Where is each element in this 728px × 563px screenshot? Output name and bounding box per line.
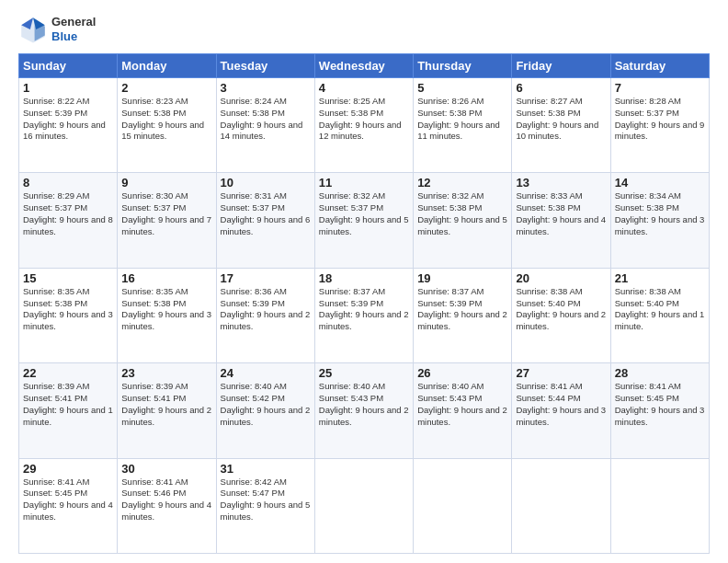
day-info: Sunrise: 8:35 AM Sunset: 5:38 PM Dayligh… xyxy=(23,286,113,333)
calendar-cell: 20 Sunrise: 8:38 AM Sunset: 5:40 PM Dayl… xyxy=(512,268,610,362)
day-header-monday: Monday xyxy=(118,54,216,78)
day-number: 31 xyxy=(221,462,311,476)
day-number: 1 xyxy=(23,81,113,95)
day-info: Sunrise: 8:32 AM Sunset: 5:37 PM Dayligh… xyxy=(319,190,409,237)
day-number: 4 xyxy=(319,81,409,95)
calendar-week-row: 1 Sunrise: 8:22 AM Sunset: 5:39 PM Dayli… xyxy=(19,78,710,173)
logo: General Blue xyxy=(18,15,96,44)
day-number: 10 xyxy=(221,176,311,190)
day-number: 22 xyxy=(23,366,113,380)
calendar-week-row: 29 Sunrise: 8:41 AM Sunset: 5:45 PM Dayl… xyxy=(19,458,710,553)
calendar-cell: 7 Sunrise: 8:28 AM Sunset: 5:37 PM Dayli… xyxy=(610,78,709,173)
day-info: Sunrise: 8:40 AM Sunset: 5:42 PM Dayligh… xyxy=(221,381,311,428)
calendar-cell: 5 Sunrise: 8:26 AM Sunset: 5:38 PM Dayli… xyxy=(414,78,512,173)
logo-text-block: General Blue xyxy=(51,15,96,43)
day-header-friday: Friday xyxy=(512,54,610,78)
calendar-cell: 15 Sunrise: 8:35 AM Sunset: 5:38 PM Dayl… xyxy=(19,268,118,362)
day-info: Sunrise: 8:41 AM Sunset: 5:46 PM Dayligh… xyxy=(121,477,211,523)
header: General Blue xyxy=(18,15,710,44)
day-info: Sunrise: 8:37 AM Sunset: 5:39 PM Dayligh… xyxy=(417,286,507,333)
day-info: Sunrise: 8:24 AM Sunset: 5:38 PM Dayligh… xyxy=(221,96,311,143)
day-info: Sunrise: 8:27 AM Sunset: 5:38 PM Dayligh… xyxy=(516,96,606,143)
logo-general: General xyxy=(51,15,96,29)
calendar-cell: 8 Sunrise: 8:29 AM Sunset: 5:37 PM Dayli… xyxy=(19,173,118,268)
day-number: 24 xyxy=(221,366,311,380)
day-info: Sunrise: 8:41 AM Sunset: 5:45 PM Dayligh… xyxy=(23,477,113,523)
day-number: 29 xyxy=(23,462,113,476)
day-number: 21 xyxy=(615,271,705,285)
logo-icon xyxy=(18,15,48,44)
day-number: 15 xyxy=(23,271,113,285)
calendar-cell: 2 Sunrise: 8:23 AM Sunset: 5:38 PM Dayli… xyxy=(118,78,216,173)
day-info: Sunrise: 8:41 AM Sunset: 5:44 PM Dayligh… xyxy=(516,381,606,428)
calendar-cell: 27 Sunrise: 8:41 AM Sunset: 5:44 PM Dayl… xyxy=(512,363,610,458)
calendar-table: SundayMondayTuesdayWednesdayThursdayFrid… xyxy=(18,53,710,554)
day-number: 7 xyxy=(615,81,705,95)
day-number: 3 xyxy=(221,81,311,95)
calendar-cell: 25 Sunrise: 8:40 AM Sunset: 5:43 PM Dayl… xyxy=(314,363,413,458)
calendar-cell: 24 Sunrise: 8:40 AM Sunset: 5:42 PM Dayl… xyxy=(216,363,314,458)
day-header-saturday: Saturday xyxy=(610,54,709,78)
day-info: Sunrise: 8:40 AM Sunset: 5:43 PM Dayligh… xyxy=(319,381,409,428)
calendar-week-row: 22 Sunrise: 8:39 AM Sunset: 5:41 PM Dayl… xyxy=(19,363,710,458)
day-info: Sunrise: 8:30 AM Sunset: 5:37 PM Dayligh… xyxy=(121,190,211,237)
calendar-cell: 26 Sunrise: 8:40 AM Sunset: 5:43 PM Dayl… xyxy=(414,363,512,458)
day-info: Sunrise: 8:37 AM Sunset: 5:39 PM Dayligh… xyxy=(319,286,409,333)
day-info: Sunrise: 8:22 AM Sunset: 5:39 PM Dayligh… xyxy=(23,96,113,143)
calendar-cell xyxy=(512,458,610,553)
day-info: Sunrise: 8:34 AM Sunset: 5:38 PM Dayligh… xyxy=(615,190,705,237)
day-number: 19 xyxy=(417,271,507,285)
day-number: 9 xyxy=(121,176,211,190)
calendar-cell: 3 Sunrise: 8:24 AM Sunset: 5:38 PM Dayli… xyxy=(216,78,314,173)
day-info: Sunrise: 8:26 AM Sunset: 5:38 PM Dayligh… xyxy=(417,96,507,143)
calendar-cell: 22 Sunrise: 8:39 AM Sunset: 5:41 PM Dayl… xyxy=(19,363,118,458)
calendar-week-row: 15 Sunrise: 8:35 AM Sunset: 5:38 PM Dayl… xyxy=(19,268,710,362)
day-number: 2 xyxy=(121,81,211,95)
day-info: Sunrise: 8:38 AM Sunset: 5:40 PM Dayligh… xyxy=(615,286,705,333)
day-info: Sunrise: 8:38 AM Sunset: 5:40 PM Dayligh… xyxy=(516,286,606,333)
day-number: 25 xyxy=(319,366,409,380)
day-number: 30 xyxy=(121,462,211,476)
calendar-cell xyxy=(610,458,709,553)
calendar-cell: 18 Sunrise: 8:37 AM Sunset: 5:39 PM Dayl… xyxy=(314,268,413,362)
calendar-cell xyxy=(314,458,413,553)
calendar-cell: 31 Sunrise: 8:42 AM Sunset: 5:47 PM Dayl… xyxy=(216,458,314,553)
day-info: Sunrise: 8:31 AM Sunset: 5:37 PM Dayligh… xyxy=(221,190,311,237)
day-number: 11 xyxy=(319,176,409,190)
day-info: Sunrise: 8:33 AM Sunset: 5:38 PM Dayligh… xyxy=(516,190,606,237)
day-number: 17 xyxy=(221,271,311,285)
day-info: Sunrise: 8:25 AM Sunset: 5:38 PM Dayligh… xyxy=(319,96,409,143)
day-info: Sunrise: 8:32 AM Sunset: 5:38 PM Dayligh… xyxy=(417,190,507,237)
calendar-cell: 17 Sunrise: 8:36 AM Sunset: 5:39 PM Dayl… xyxy=(216,268,314,362)
page: General Blue SundayMondayTuesdayWednesda… xyxy=(0,0,728,563)
day-header-thursday: Thursday xyxy=(414,54,512,78)
day-header-sunday: Sunday xyxy=(19,54,118,78)
day-number: 20 xyxy=(516,271,606,285)
day-info: Sunrise: 8:36 AM Sunset: 5:39 PM Dayligh… xyxy=(221,286,311,333)
day-number: 14 xyxy=(615,176,705,190)
calendar-cell: 16 Sunrise: 8:35 AM Sunset: 5:38 PM Dayl… xyxy=(118,268,216,362)
day-number: 18 xyxy=(319,271,409,285)
day-number: 16 xyxy=(121,271,211,285)
logo-blue: Blue xyxy=(51,29,77,43)
day-number: 12 xyxy=(417,176,507,190)
calendar-cell: 12 Sunrise: 8:32 AM Sunset: 5:38 PM Dayl… xyxy=(414,173,512,268)
calendar-header-row: SundayMondayTuesdayWednesdayThursdayFrid… xyxy=(19,54,710,78)
day-number: 13 xyxy=(516,176,606,190)
day-info: Sunrise: 8:40 AM Sunset: 5:43 PM Dayligh… xyxy=(417,381,507,428)
calendar-week-row: 8 Sunrise: 8:29 AM Sunset: 5:37 PM Dayli… xyxy=(19,173,710,268)
calendar-cell: 13 Sunrise: 8:33 AM Sunset: 5:38 PM Dayl… xyxy=(512,173,610,268)
day-info: Sunrise: 8:41 AM Sunset: 5:45 PM Dayligh… xyxy=(615,381,705,428)
day-info: Sunrise: 8:39 AM Sunset: 5:41 PM Dayligh… xyxy=(23,381,113,428)
day-info: Sunrise: 8:39 AM Sunset: 5:41 PM Dayligh… xyxy=(121,381,211,428)
calendar-cell: 23 Sunrise: 8:39 AM Sunset: 5:41 PM Dayl… xyxy=(118,363,216,458)
day-info: Sunrise: 8:35 AM Sunset: 5:38 PM Dayligh… xyxy=(121,286,211,333)
day-info: Sunrise: 8:28 AM Sunset: 5:37 PM Dayligh… xyxy=(615,96,705,143)
day-number: 27 xyxy=(516,366,606,380)
calendar-cell: 11 Sunrise: 8:32 AM Sunset: 5:37 PM Dayl… xyxy=(314,173,413,268)
calendar-cell: 21 Sunrise: 8:38 AM Sunset: 5:40 PM Dayl… xyxy=(610,268,709,362)
calendar-cell: 19 Sunrise: 8:37 AM Sunset: 5:39 PM Dayl… xyxy=(414,268,512,362)
calendar-cell xyxy=(414,458,512,553)
day-number: 6 xyxy=(516,81,606,95)
day-number: 28 xyxy=(615,366,705,380)
